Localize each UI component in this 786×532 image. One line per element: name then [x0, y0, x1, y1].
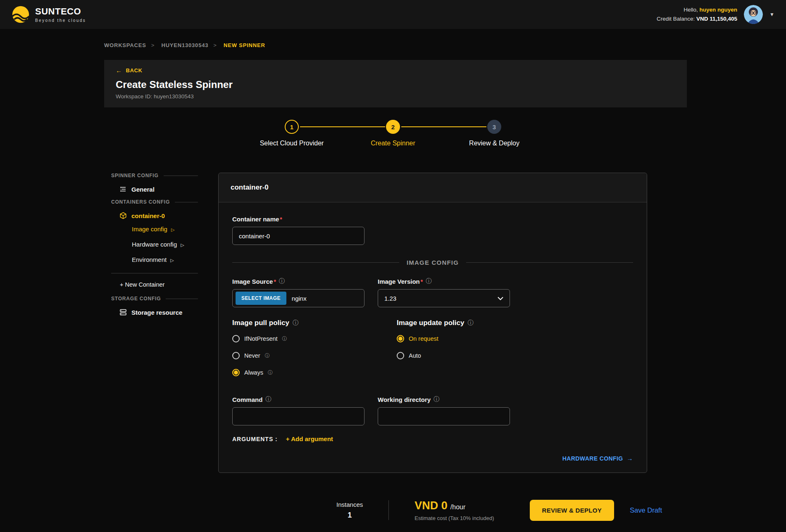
- instances-block: Instances 1: [336, 501, 363, 520]
- radio-never[interactable]: Never: [232, 351, 378, 360]
- working-directory-label: Working directory: [378, 396, 431, 403]
- image-source-label: Image Source: [232, 278, 276, 285]
- topbar: SUNTECO Beyond the clouds Hello, huyen n…: [0, 0, 786, 29]
- review-deploy-button[interactable]: REVIEW & DEPLOY: [530, 500, 615, 521]
- sidebar-item-storage-label: Storage resource: [131, 309, 182, 316]
- info-icon[interactable]: [265, 396, 271, 403]
- breadcrumb: WORKSPACES HUYEN13030543 NEW SPINNER: [104, 42, 786, 48]
- sidebar-item-general-label: General: [131, 186, 155, 193]
- sidebar-item-hardware-config[interactable]: Hardware config: [111, 241, 198, 248]
- image-source-value: nginx: [292, 295, 307, 302]
- image-source-field: SELECT IMAGE nginx: [232, 289, 364, 307]
- page-title: Create Stateless Spinner: [116, 79, 675, 90]
- step-create-spinner[interactable]: 2 Create Spinner: [343, 120, 444, 147]
- panel-title: container-0: [231, 183, 635, 192]
- section-storage-config: STORAGE CONFIG: [111, 296, 198, 302]
- play-icon: [171, 226, 174, 233]
- add-argument-button[interactable]: + Add argument: [286, 435, 333, 442]
- storage-icon: [119, 309, 127, 316]
- panel-header: container-0: [219, 173, 647, 202]
- brand-logo[interactable]: SUNTECO Beyond the clouds: [12, 5, 86, 24]
- radio-circle-checked[interactable]: [397, 335, 404, 342]
- container-name-input[interactable]: [232, 227, 364, 245]
- step-review-deploy[interactable]: 3 Review & Deploy: [444, 120, 545, 147]
- breadcrumb-workspaces[interactable]: WORKSPACES: [104, 42, 160, 48]
- arrow-right-icon: [627, 455, 633, 462]
- info-icon[interactable]: [426, 278, 431, 285]
- radio-circle[interactable]: [232, 335, 240, 342]
- sidebar-divider: [111, 273, 198, 273]
- step-2-label: Create Spinner: [371, 140, 415, 147]
- arguments-label: ARGUMENTS :: [232, 436, 278, 442]
- image-version-value: 1.23: [384, 295, 396, 302]
- sunteco-logo-icon: [12, 5, 30, 24]
- info-icon[interactable]: [433, 396, 439, 403]
- radio-always[interactable]: Always: [232, 368, 378, 377]
- working-directory-input[interactable]: [378, 407, 510, 425]
- step-select-cloud-provider[interactable]: 1 Select Cloud Provider: [241, 120, 343, 147]
- sidebar-item-container-0-label: container-0: [131, 212, 165, 219]
- image-version-select[interactable]: 1.23: [378, 289, 510, 307]
- step-1-circle[interactable]: 1: [285, 120, 299, 134]
- user-avatar[interactable]: [744, 5, 763, 24]
- estimate-note: Estimate cost (Tax 10% included): [414, 515, 494, 521]
- info-icon[interactable]: [467, 319, 473, 327]
- step-3-circle[interactable]: 3: [487, 120, 501, 134]
- page-header: BACK Create Stateless Spinner Workspace …: [104, 60, 687, 107]
- pull-policy-label: Image pull policy: [232, 319, 289, 327]
- section-spinner-config: SPINNER CONFIG: [111, 173, 198, 178]
- radio-ifnotpresent[interactable]: IfNotPresent: [232, 334, 378, 343]
- instances-label: Instances: [336, 501, 363, 508]
- workspace-id: Workspace ID: huyen13030543: [116, 93, 675, 100]
- step-1-label: Select Cloud Provider: [260, 140, 324, 147]
- credit-balance-value: VND 11,150,405: [696, 16, 737, 22]
- info-icon[interactable]: [293, 319, 298, 327]
- back-button[interactable]: BACK: [116, 67, 143, 74]
- radio-circle-checked[interactable]: [232, 369, 240, 376]
- info-icon[interactable]: [279, 278, 285, 285]
- breadcrumb-current: NEW SPINNER: [224, 42, 265, 48]
- command-input[interactable]: [232, 407, 364, 425]
- config-sidebar: SPINNER CONFIG General CONTAINERS CONFIG: [111, 173, 198, 322]
- hardware-config-link[interactable]: HARDWARE CONFIG: [562, 455, 633, 462]
- radio-circle[interactable]: [232, 352, 240, 359]
- step-3-label: Review & Deploy: [469, 140, 519, 147]
- sidebar-item-image-config[interactable]: Image config: [111, 226, 198, 233]
- command-label: Command: [232, 396, 262, 403]
- radio-on-request[interactable]: On request: [397, 334, 633, 343]
- radio-circle[interactable]: [397, 352, 404, 359]
- container-name-label: Container name: [232, 216, 282, 223]
- radio-auto[interactable]: Auto: [397, 351, 633, 360]
- footer-divider: [388, 500, 389, 520]
- sidebar-item-container-0[interactable]: container-0: [111, 212, 198, 219]
- sidebar-item-environment[interactable]: Environment: [111, 256, 198, 263]
- sidebar-item-storage-resource[interactable]: Storage resource: [111, 309, 198, 316]
- back-arrow-icon: [116, 67, 122, 74]
- footer-bar: Instances 1 VND 0 /hour Estimate cost (T…: [0, 488, 786, 532]
- price-unit: /hour: [450, 504, 465, 511]
- container-config-panel: container-0 Container name IMAGE CONFIG …: [218, 173, 647, 473]
- stepper-line-1: [300, 126, 385, 127]
- info-icon[interactable]: [265, 352, 270, 359]
- account-menu-chevron-icon[interactable]: [769, 12, 774, 17]
- step-2-circle[interactable]: 2: [386, 120, 400, 134]
- new-container-button[interactable]: + New Container: [111, 281, 198, 288]
- price-value: VND 0: [414, 499, 448, 512]
- select-image-button[interactable]: SELECT IMAGE: [236, 292, 286, 305]
- section-containers-config: CONTAINERS CONFIG: [111, 199, 198, 205]
- play-icon: [170, 256, 174, 263]
- price-block: VND 0 /hour Estimate cost (Tax 10% inclu…: [414, 499, 494, 521]
- info-icon[interactable]: [282, 335, 287, 342]
- credit-balance-label: Credit Balance:: [657, 16, 696, 22]
- image-config-section-title: IMAGE CONFIG: [407, 259, 459, 266]
- info-icon[interactable]: [268, 369, 273, 376]
- stepper: 1 Select Cloud Provider 2 Create Spinner…: [241, 120, 545, 150]
- save-draft-button[interactable]: Save Draft: [630, 506, 662, 514]
- play-icon: [181, 241, 184, 248]
- sidebar-item-general[interactable]: General: [111, 185, 198, 193]
- brand-name: SUNTECO: [35, 6, 86, 17]
- instances-value: 1: [336, 511, 363, 520]
- breadcrumb-workspace-id[interactable]: HUYEN13030543: [161, 42, 222, 48]
- username: huyen nguyen: [700, 7, 738, 13]
- greeting-text: Hello,: [684, 7, 699, 13]
